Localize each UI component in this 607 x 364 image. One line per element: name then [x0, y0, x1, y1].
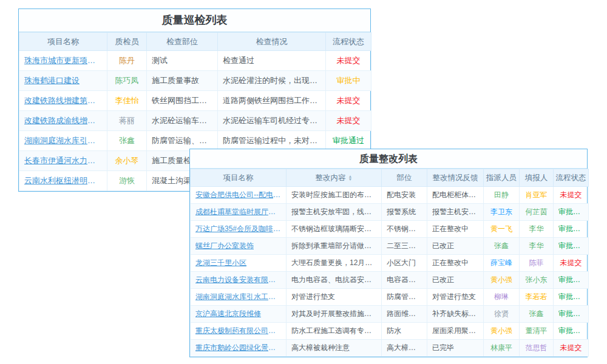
- cell-text: 路面维修检...: [387, 309, 422, 319]
- cell-text: 黄小强: [489, 275, 514, 285]
- project-name-link[interactable]: 珠海鹤港口建设: [24, 75, 102, 86]
- table-row: 重庆太极制药有限公司亳州中...防水工程施工选调有专业资质...防水屋面采用聚氨…: [191, 323, 589, 340]
- cell-text: 测试: [152, 55, 212, 66]
- project-name-link[interactable]: 重庆市鹅岭公园绿化景观提升...: [195, 343, 281, 353]
- column-header-assignee: 指派人员: [484, 169, 520, 187]
- cell-text: 正在整改中: [432, 258, 478, 268]
- cell-feedback: 正在整改中: [427, 255, 484, 272]
- project-name-link[interactable]: 螺丝厂办公室装饰: [195, 241, 281, 251]
- cell-text: 大理石质量更换，12月31日之...: [291, 258, 376, 268]
- cell-project: 珠海市城市更新项目紫...: [19, 51, 107, 71]
- cell-situation: 道路两侧铁丝网围挡工作按设计...: [218, 91, 326, 111]
- column-header-inspector: 质检员: [107, 33, 147, 51]
- cell-content: 不锈钢边框玻璃隔断安装不牢...: [287, 221, 382, 238]
- project-name-link[interactable]: 云南电力设备安装有限公司20...: [195, 275, 281, 285]
- column-header-label: 检查情况: [256, 37, 288, 46]
- project-name-link[interactable]: 珠海市城市更新项目紫...: [24, 55, 102, 66]
- cell-project: 成都杜甫草堂临时展厅独立展...: [191, 204, 287, 221]
- cell-project: 京沪高速北京段维修: [191, 306, 287, 323]
- project-name-link[interactable]: 重庆太极制药有限公司亳州中...: [195, 326, 281, 336]
- cell-assignee: 田静: [484, 187, 520, 204]
- cell-reporter: 陈菲: [520, 255, 554, 272]
- cell-status: 审批通过: [326, 131, 371, 151]
- cell-content: 电力电容器、电抗器安装方案,...: [287, 272, 382, 289]
- cell-status: 审批通过: [554, 272, 589, 289]
- column-header-part: 部位: [382, 169, 427, 187]
- inspection-list-title: 质量巡检列表: [19, 9, 370, 32]
- cell-project: 万达广场35#会所及咖啡厅空...: [191, 221, 287, 238]
- project-name-link[interactable]: 万达广场35#会所及咖啡厅空...: [195, 224, 281, 234]
- project-name-link[interactable]: 安徽合肥供电公司--配电设备...: [195, 190, 281, 200]
- cell-text: 高大樟栽培: [387, 343, 422, 353]
- cell-assignee: 张鑫: [484, 238, 520, 255]
- project-name-link[interactable]: 长春市伊通河水力发电...: [24, 155, 102, 166]
- cell-assignee: 徐贤: [484, 306, 520, 323]
- cell-text: 二至三楼混...: [387, 241, 422, 251]
- cell-text: 未提交: [331, 115, 366, 126]
- cell-assignee: 柳琳: [484, 289, 520, 306]
- table-row: 成都杜甫草堂临时展厅独立展...报警主机安放牢固，线缆连接...报警系统报警主机…: [191, 204, 589, 221]
- project-name-link[interactable]: 云南水利枢纽潜明水库...: [24, 175, 102, 186]
- cell-part: 防腐管运输...: [382, 289, 427, 306]
- cell-status: 审批通过: [554, 221, 589, 238]
- cell-text: 审批通过: [558, 275, 583, 285]
- project-name-link[interactable]: 龙湖三千里小区: [195, 258, 281, 268]
- column-header-status: 流程状态: [554, 169, 589, 187]
- cell-text: 报警主机安放...: [432, 207, 478, 217]
- cell-text: 已改正: [432, 275, 478, 285]
- cell-text: 徐贤: [489, 309, 514, 319]
- cell-project: 安徽合肥供电公司--配电设备...: [191, 187, 287, 204]
- cell-feedback: 正在整改中: [427, 221, 484, 238]
- project-name-link[interactable]: 湖南洞庭湖水库引水工...: [24, 135, 102, 146]
- cell-inspector: 陈丹: [107, 51, 147, 71]
- cell-text: 未提交: [331, 55, 366, 66]
- cell-part: 高大樟栽培: [382, 340, 427, 357]
- cell-feedback: 配电柜柜体与...: [427, 187, 484, 204]
- cell-text: 正在整改中: [432, 224, 478, 234]
- cell-text: 防腐管运输...: [387, 292, 422, 302]
- cell-text: 张小东: [524, 275, 548, 285]
- column-header-part: 检查部位: [147, 33, 218, 51]
- table-row: 云南电力设备安装有限公司20...电力电容器、电抗器安装方案,...电容器安装.…: [191, 272, 589, 289]
- cell-text: 对管进行垫支: [291, 292, 376, 302]
- cell-text: 何芷茵: [524, 207, 548, 217]
- cell-status: 审批通过: [554, 238, 589, 255]
- cell-situation: 防腐管运输过程中，未对管进行...: [218, 131, 326, 151]
- cell-content: 防水工程施工选调有专业资质...: [287, 323, 382, 340]
- table-row: 龙湖三千里小区大理石质量更换，12月31日之...小区大门正在整改中薛宝峰陈菲未…: [191, 255, 589, 272]
- column-header-label: 质检员: [115, 37, 139, 46]
- column-header-content[interactable]: 整改内容▲▼: [287, 169, 382, 187]
- table-row: 湖南洞庭湖水库引水工...张鑫防腐管运输、布管防腐管运输过程中，未对管进行...…: [19, 131, 371, 151]
- cell-assignee: 黄小强: [484, 323, 520, 340]
- cell-reporter: 肖亚军: [520, 187, 554, 204]
- cell-part: 铁丝网围挡工作检查: [147, 91, 218, 111]
- cell-text: 防腐管运输、布管: [152, 135, 212, 146]
- cell-text: 配电柜柜体与...: [432, 190, 478, 200]
- cell-text: 未提交: [558, 190, 583, 200]
- cell-assignee: 黄一飞: [484, 221, 520, 238]
- cell-reporter: 李华: [520, 221, 554, 238]
- rectification-table-header-row: 项目名称整改内容▲▼部位整改情况反馈指派人员填报人流程状态: [191, 169, 589, 187]
- cell-text: 审批通过: [558, 224, 583, 234]
- cell-text: 审批通过: [558, 207, 583, 217]
- column-header-label: 项目名称: [223, 174, 254, 182]
- cell-inspector: 张鑫: [107, 131, 147, 151]
- column-header-project: 项目名称: [191, 169, 287, 187]
- table-row: 珠海市城市更新项目紫...陈丹测试检查通过未提交: [19, 51, 371, 71]
- cell-reporter: 范思哲: [520, 340, 554, 357]
- cell-status: 审批通过: [554, 323, 589, 340]
- cell-feedback: 已完毕: [427, 340, 484, 357]
- project-name-link[interactable]: 改建铁路成渝线增建第...: [24, 115, 102, 126]
- project-name-link[interactable]: 湖南洞庭湖水库引水工程施工...: [195, 292, 281, 302]
- project-name-link[interactable]: 京沪高速北京段维修: [195, 309, 281, 319]
- rectification-list-panel: 质量整改列表 项目名称整改内容▲▼部位整改情况反馈指派人员填报人流程状态 安徽合…: [189, 149, 588, 357]
- cell-text: 余小琴: [112, 155, 141, 166]
- table-row: 京沪高速北京段维修对其及时开展整改措施，桥头...路面维修检...补齐缺失标志.…: [191, 306, 589, 323]
- project-name-link[interactable]: 改建铁路线增建第二线...: [24, 95, 102, 106]
- sort-icon[interactable]: ▲▼: [348, 175, 353, 181]
- column-header-label: 指派人员: [486, 174, 517, 182]
- cell-project: 改建铁路成渝线增建第...: [19, 111, 107, 131]
- table-row: 湖南洞庭湖水库引水工程施工...对管进行垫支防腐管运输...对管进行垫支柳琳李若…: [191, 289, 589, 306]
- table-row: 珠海鹤港口建设陈巧凤施工质量事故水泥砼灌注的时候，出现离析现象审批中: [19, 71, 371, 91]
- project-name-link[interactable]: 成都杜甫草堂临时展厅独立展...: [195, 207, 281, 217]
